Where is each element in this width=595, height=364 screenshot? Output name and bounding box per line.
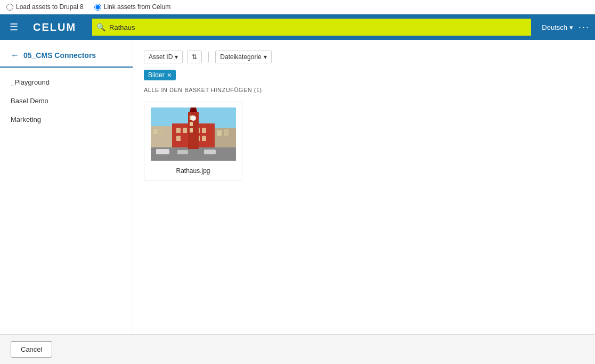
top-radio-bar: Load assets to Drupal 8 Link assets from…	[0, 0, 595, 14]
active-filters: Bilder ×	[144, 70, 584, 80]
link-assets-label: Link assets from Celum	[104, 3, 170, 11]
header: ☰ CELUM 🔍 Deutsch ▾ ···	[0, 14, 595, 40]
svg-rect-11	[176, 136, 181, 141]
asset-name-rathaus: Rathaus.jpg	[176, 167, 210, 175]
svg-rect-7	[183, 128, 187, 133]
sidebar-item-playground[interactable]: _Playground	[0, 73, 133, 92]
sidebar-back-label: 05_CMS Connectors	[23, 51, 96, 60]
header-right: Deutsch ▾ ···	[542, 22, 590, 33]
svg-rect-6	[176, 128, 181, 133]
svg-rect-13	[202, 136, 206, 141]
asset-card-rathaus[interactable]: Rathaus.jpg	[144, 102, 242, 180]
chevron-down-icon: ▾	[569, 23, 573, 31]
language-label: Deutsch	[542, 23, 567, 31]
svg-point-21	[191, 116, 195, 120]
svg-rect-17	[190, 128, 193, 133]
sidebar-item-basel-demo[interactable]: Basel Demo	[0, 92, 133, 110]
asset-grid: Rathaus.jpg	[144, 102, 584, 180]
sidebar-item-marketing-label: Marketing	[11, 115, 41, 123]
hamburger-menu-icon[interactable]: ☰	[5, 19, 22, 36]
load-assets-radio[interactable]	[6, 4, 13, 11]
load-assets-label: Load assets to Drupal 8	[16, 3, 84, 11]
sidebar-items: _Playground Basel Demo Marketing	[0, 73, 133, 129]
sidebar-back-button[interactable]: ← 05_CMS Connectors	[0, 51, 133, 68]
asset-id-arrow-icon: ▾	[175, 53, 178, 61]
sidebar-item-basel-demo-label: Basel Demo	[11, 97, 48, 105]
link-assets-radio[interactable]	[94, 4, 101, 11]
link-assets-option[interactable]: Link assets from Celum	[94, 3, 170, 11]
filter-divider	[208, 52, 209, 62]
bilder-tag-remove-icon[interactable]: ×	[167, 71, 172, 79]
dateikategorie-label: Dateikategorie	[220, 53, 261, 61]
bilder-tag-chip: Bilder ×	[144, 70, 176, 80]
asset-id-label: Asset ID	[149, 53, 173, 61]
cancel-label: Cancel	[21, 345, 42, 353]
sidebar-item-playground-label: _Playground	[11, 78, 50, 86]
asset-id-filter-button[interactable]: Asset ID ▾	[144, 51, 183, 63]
add-all-basket-link[interactable]: ALLE IN DEN BASKET HINZUFÜGEN (1)	[144, 87, 584, 93]
search-icon: 🔍	[96, 23, 105, 31]
svg-rect-27	[204, 150, 216, 154]
sidebar: ← 05_CMS Connectors _Playground Basel De…	[0, 40, 133, 334]
load-assets-option[interactable]: Load assets to Drupal 8	[6, 3, 84, 11]
language-dropdown[interactable]: Deutsch ▾	[542, 23, 573, 31]
main-layout: ← 05_CMS Connectors _Playground Basel De…	[0, 40, 595, 334]
dateikategorie-arrow-icon: ▾	[264, 53, 267, 61]
celum-logo: CELUM	[28, 21, 81, 34]
rathaus-svg	[151, 107, 236, 161]
sidebar-item-marketing[interactable]: Marketing	[0, 110, 133, 129]
cancel-button[interactable]: Cancel	[11, 341, 52, 358]
bottom-bar: Cancel	[0, 334, 595, 364]
content-area: Asset ID ▾ ⇅ Dateikategorie ▾ Bilder × A…	[133, 40, 595, 334]
more-options-icon[interactable]: ···	[578, 22, 590, 33]
svg-rect-23	[217, 130, 222, 136]
sort-icon: ⇅	[192, 53, 197, 61]
svg-rect-25	[156, 149, 169, 154]
back-arrow-icon: ←	[11, 51, 19, 60]
asset-image-rathaus	[151, 107, 236, 161]
svg-rect-26	[177, 150, 188, 154]
svg-rect-3	[153, 129, 158, 134]
svg-rect-16	[190, 122, 193, 126]
search-bar-container: 🔍	[92, 19, 531, 36]
bilder-tag-label: Bilder	[148, 71, 165, 79]
svg-rect-24	[224, 129, 229, 136]
svg-rect-10	[202, 128, 206, 133]
filter-bar: Asset ID ▾ ⇅ Dateikategorie ▾	[144, 51, 584, 63]
sort-button[interactable]: ⇅	[187, 51, 202, 63]
search-input[interactable]	[92, 19, 531, 36]
dateikategorie-filter-button[interactable]: Dateikategorie ▾	[215, 51, 271, 63]
svg-rect-4	[159, 128, 163, 134]
